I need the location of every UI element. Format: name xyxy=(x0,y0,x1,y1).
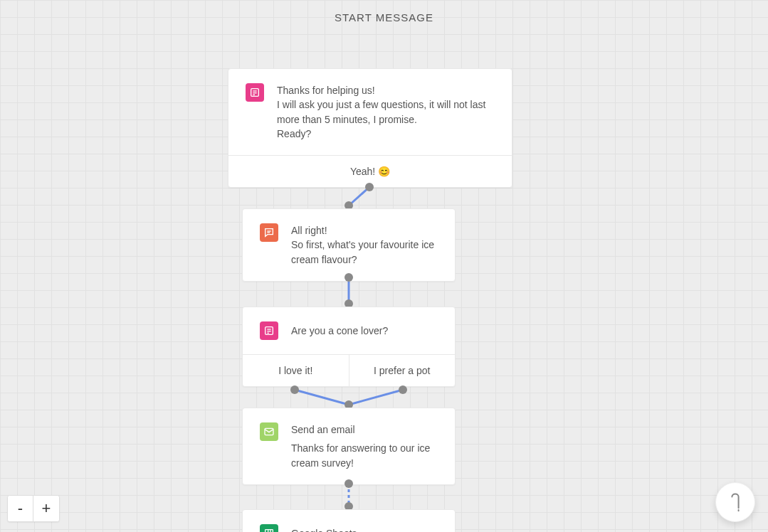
port-out[interactable] xyxy=(290,385,299,394)
sheets-icon xyxy=(260,524,278,532)
email-icon xyxy=(260,422,278,441)
option-prefer-pot[interactable]: I prefer a pot xyxy=(349,355,456,386)
node-intro[interactable]: Thanks for helping us! I will ask you ju… xyxy=(228,68,512,188)
node-send-email-text: Send an email Thanks for answering to ou… xyxy=(291,422,438,470)
svg-line-3 xyxy=(349,390,403,405)
flow-canvas[interactable]: Thanks for helping us! I will ask you ju… xyxy=(0,32,768,532)
node-intro-text: Thanks for helping us! I will ask you ju… xyxy=(277,83,495,141)
zoom-in-button[interactable]: + xyxy=(33,496,59,521)
form-icon xyxy=(246,83,264,102)
node-question-flavour-text: All right! So first, what's your favouri… xyxy=(291,223,438,267)
zoom-controls: - + xyxy=(7,495,60,522)
option-love-it[interactable]: I love it! xyxy=(243,355,349,386)
node-question-cone[interactable]: Are you a cone lover? I love it! I prefe… xyxy=(242,307,456,387)
port-out[interactable] xyxy=(344,273,353,282)
node-send-email[interactable]: Send an email Thanks for answering to ou… xyxy=(242,408,456,485)
page-title: START MESSAGE xyxy=(0,0,768,32)
chat-icon xyxy=(260,223,278,242)
node-google-sheets-label: Google Sheets xyxy=(291,526,357,532)
port-out[interactable] xyxy=(365,183,374,191)
port-out[interactable] xyxy=(399,385,407,394)
svg-line-2 xyxy=(295,390,349,405)
node-question-cone-text: Are you a cone lover? xyxy=(291,324,388,338)
port-out[interactable] xyxy=(344,479,353,488)
form-icon xyxy=(260,321,278,340)
node-question-flavour[interactable]: All right! So first, what's your favouri… xyxy=(242,208,456,282)
zoom-out-button[interactable]: - xyxy=(8,496,33,521)
help-button[interactable] xyxy=(715,482,755,522)
candy-cane-icon xyxy=(727,491,743,514)
node-google-sheets[interactable]: Google Sheets xyxy=(242,509,456,532)
